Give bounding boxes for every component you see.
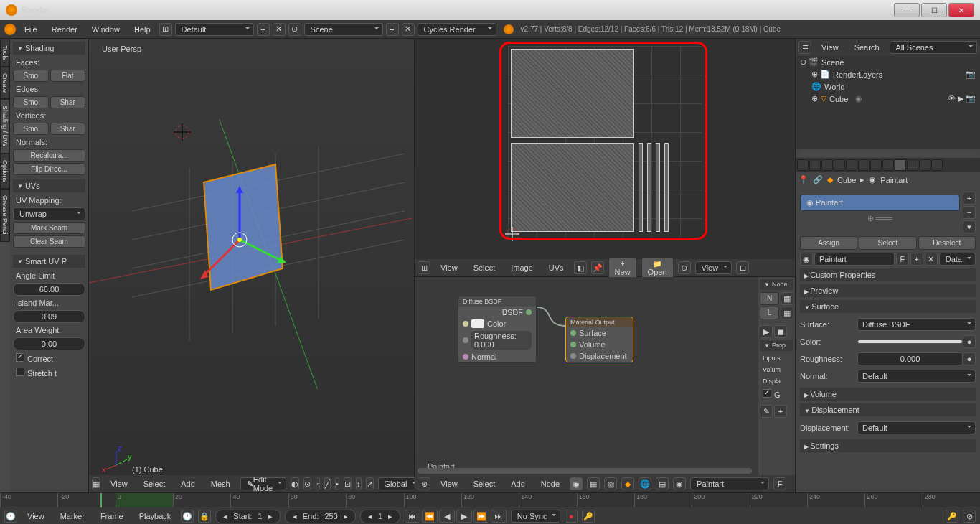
edges-smooth-button[interactable]: Smo bbox=[13, 96, 49, 108]
outliner-type-icon[interactable]: ≣ bbox=[798, 41, 811, 54]
layout-icon[interactable]: ⊞ bbox=[159, 23, 172, 36]
help-menu[interactable]: Help bbox=[128, 23, 156, 36]
keying-set-icon[interactable]: 🔑 bbox=[582, 510, 595, 523]
unwrap-dropdown[interactable]: Unwrap bbox=[13, 207, 85, 220]
add-icon[interactable]: + bbox=[774, 405, 787, 418]
delete-layout-button[interactable]: ✕ bbox=[273, 23, 286, 36]
select-menu-3d[interactable]: Select bbox=[138, 477, 171, 490]
add-menu-3d[interactable]: Add bbox=[175, 477, 201, 490]
faces-smooth-button[interactable]: Smo bbox=[13, 70, 49, 82]
tree-scene[interactable]: ⊖ 🎬 Scene bbox=[796, 56, 980, 68]
bc-object[interactable]: Cube bbox=[837, 176, 856, 184]
node-add-menu[interactable]: Add bbox=[505, 477, 531, 490]
tab-world[interactable] bbox=[834, 159, 845, 171]
prev-keyframe-button[interactable]: ⏪ bbox=[422, 510, 438, 523]
manipulator-toggle[interactable]: ↕ bbox=[356, 477, 362, 490]
manipulator-translate[interactable]: ↗ bbox=[366, 477, 374, 490]
tab-object[interactable] bbox=[846, 159, 857, 171]
scene-icon[interactable]: ⊙ bbox=[288, 23, 301, 36]
screen-layout-dropdown[interactable]: Default bbox=[175, 23, 254, 36]
current-frame-field[interactable]: ◂1▸ bbox=[360, 510, 400, 523]
uv-image-editor[interactable]: ⊞ View Select Image UVs ◧ 📌 + New 📁 Open… bbox=[415, 39, 795, 277]
unlink-material-button[interactable]: ✕ bbox=[925, 253, 938, 266]
record-button[interactable]: ● bbox=[565, 510, 578, 523]
surface-shader-dropdown[interactable]: Diffuse BSDF bbox=[857, 318, 976, 331]
edge-select-button[interactable]: ╱ bbox=[324, 477, 331, 490]
node-select-menu[interactable]: Select bbox=[468, 477, 501, 490]
tree-renderlayers[interactable]: ⊕ 📄 RenderLayers 📷 bbox=[796, 68, 980, 80]
uv-uvs-menu[interactable]: UVs bbox=[543, 261, 570, 274]
render-engine-dropdown[interactable]: Cycles Render bbox=[418, 23, 496, 36]
clear-seam-button[interactable]: Clear Seam bbox=[13, 235, 85, 248]
bc-material[interactable]: Paintart bbox=[880, 176, 908, 184]
uv-snap-icon[interactable]: ⊕ bbox=[678, 261, 691, 274]
add-material-button[interactable]: + bbox=[910, 253, 923, 266]
flip-direction-button[interactable]: Flip Direc... bbox=[13, 163, 85, 175]
lamp-type-icon[interactable]: ▤ bbox=[656, 477, 669, 490]
end-frame-field[interactable]: ◂End:250▸ bbox=[285, 510, 356, 523]
rec-icon[interactable]: ◼ bbox=[774, 325, 787, 338]
jump-start-button[interactable]: ⏮ bbox=[405, 510, 420, 523]
timeline-ruler[interactable]: -40 -20 0 20 40 60 80 100 120 140 160 18… bbox=[0, 493, 980, 507]
volume-input-socket[interactable] bbox=[570, 342, 576, 347]
keyframe-insert-button[interactable]: 🔑 bbox=[946, 510, 958, 523]
render-menu[interactable]: Render bbox=[46, 23, 83, 36]
node-section[interactable]: Node bbox=[760, 279, 793, 290]
deselect-button[interactable]: Deselect bbox=[918, 236, 976, 250]
stretch-checkbox[interactable]: Stretch t bbox=[13, 366, 85, 379]
uv-mode-icon[interactable]: ◧ bbox=[574, 261, 587, 274]
pencil-icon[interactable]: ✎ bbox=[760, 405, 773, 418]
timeline-marker-menu[interactable]: Marker bbox=[55, 510, 90, 523]
material-browse-icon[interactable]: ◉ bbox=[800, 253, 813, 266]
tab-constraints[interactable] bbox=[858, 159, 870, 171]
material-dropdown[interactable]: Paintart bbox=[690, 477, 769, 490]
mode-dropdown[interactable]: ✎ Edit Mode bbox=[240, 477, 287, 490]
roughness-socket-icon[interactable]: ● bbox=[963, 352, 976, 365]
tab-shading-uvs[interactable]: Shading / UVs bbox=[0, 99, 10, 154]
outliner-search-menu[interactable]: Search bbox=[849, 41, 885, 54]
open-image-button[interactable]: 📁 Open bbox=[641, 258, 674, 279]
file-menu[interactable]: File bbox=[19, 23, 43, 36]
outliner-scrollbar[interactable] bbox=[800, 151, 976, 156]
vert-select-button[interactable]: ▫ bbox=[316, 477, 320, 490]
node-label-field[interactable]: L bbox=[760, 307, 779, 319]
tab-create[interactable]: Create bbox=[0, 67, 10, 99]
node-icon2[interactable]: ▦ bbox=[781, 307, 793, 319]
timeline-type-icon[interactable]: 🕐 bbox=[4, 510, 17, 523]
window-menu[interactable]: Window bbox=[86, 23, 126, 36]
preview-section[interactable]: Preview bbox=[800, 284, 976, 297]
outliner-view-menu[interactable]: View bbox=[816, 41, 844, 54]
timeline-playback-menu[interactable]: Playback bbox=[133, 510, 177, 523]
node-name-field[interactable]: N bbox=[760, 292, 779, 305]
add-slot-button[interactable]: + bbox=[963, 192, 976, 205]
tab-texture[interactable] bbox=[907, 159, 918, 171]
scene-link-icon[interactable]: 🔗 bbox=[813, 175, 823, 184]
shader-type-icon[interactable]: ◉ bbox=[570, 477, 583, 490]
close-button[interactable]: ✕ bbox=[948, 3, 974, 17]
area-weight-field[interactable]: 0.00 bbox=[13, 337, 85, 350]
play-icon[interactable]: ▶ bbox=[760, 325, 773, 338]
recalculate-button[interactable]: Recalcula... bbox=[13, 149, 85, 162]
add-layout-button[interactable]: + bbox=[257, 23, 270, 36]
g-checkbox[interactable]: G bbox=[760, 388, 793, 401]
smart-uv-header[interactable]: Smart UV P bbox=[13, 255, 85, 268]
material-name-field[interactable]: Paintart bbox=[814, 253, 895, 266]
mesh-menu[interactable]: Mesh bbox=[205, 477, 236, 490]
link-dropdown[interactable]: Data bbox=[939, 253, 976, 266]
prop-section[interactable]: Prop bbox=[760, 340, 793, 351]
material-slot[interactable]: ◉ Paintart bbox=[800, 195, 960, 211]
compositor-type-icon[interactable]: ▦ bbox=[587, 477, 600, 490]
play-button[interactable]: ▶ bbox=[456, 510, 472, 523]
next-keyframe-button[interactable]: ⏩ bbox=[473, 510, 489, 523]
tree-cube[interactable]: ⊕ ▽ Cube ◉👁 ▶ 📷 bbox=[796, 93, 980, 105]
tab-options[interactable]: Options bbox=[0, 154, 10, 189]
mark-seam-button[interactable]: Mark Seam bbox=[13, 222, 85, 234]
edges-sharp-button[interactable]: Shar bbox=[50, 96, 86, 108]
timeline-frame-menu[interactable]: Frame bbox=[95, 510, 129, 523]
texture-type-icon[interactable]: ▨ bbox=[604, 477, 617, 490]
displacement-section[interactable]: Displacement bbox=[800, 403, 976, 416]
vertices-sharp-button[interactable]: Shar bbox=[50, 123, 86, 135]
outliner-filter-dropdown[interactable]: All Scenes bbox=[890, 41, 977, 54]
fake-user-button[interactable]: F bbox=[773, 477, 786, 490]
tab-data[interactable] bbox=[882, 159, 894, 171]
